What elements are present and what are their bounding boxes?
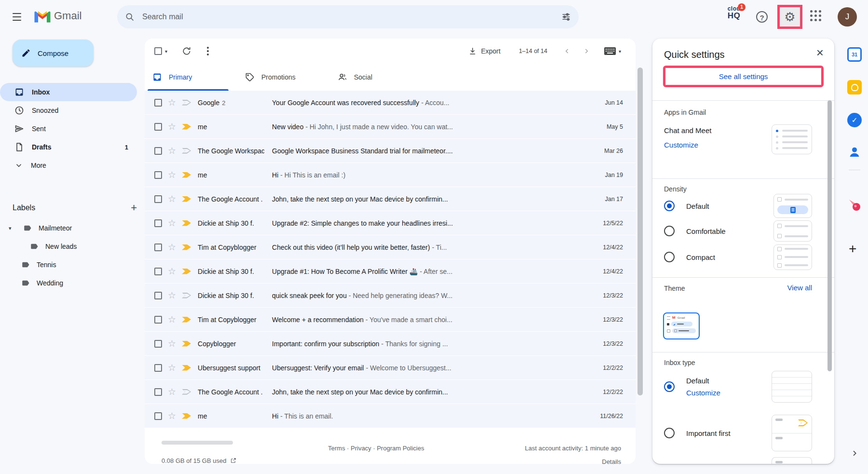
email-row[interactable]: ☆The Google Account .John, take the next… [145, 187, 636, 211]
activity-details-link[interactable]: Details [602, 458, 621, 464]
policy-links[interactable]: Terms · Privacy · Program Policies [260, 445, 492, 452]
star-icon[interactable]: ☆ [168, 411, 176, 420]
inbox-type-important-first[interactable]: Important first [664, 414, 812, 452]
email-row[interactable]: ☆Dickie at Ship 30 f.Upgrade #2: Simple … [145, 211, 636, 235]
google-tasks-icon[interactable]: ✓ [847, 113, 862, 127]
inbox-default-customize-link[interactable]: Customize [686, 389, 720, 397]
star-icon[interactable]: ☆ [168, 363, 176, 372]
star-icon[interactable]: ☆ [168, 122, 176, 131]
hide-side-panel-icon[interactable] [851, 449, 858, 457]
add-addon-icon[interactable]: + [849, 242, 856, 256]
row-checkbox[interactable] [154, 292, 162, 299]
search-options-icon[interactable] [561, 12, 571, 22]
tab-primary[interactable]: Primary [145, 64, 237, 91]
importance-marker[interactable] [182, 244, 191, 250]
radio-icon[interactable] [664, 226, 675, 236]
star-icon[interactable]: ☆ [168, 315, 176, 324]
density-comfortable-thumbnail[interactable] [773, 220, 812, 242]
email-row[interactable]: ☆Dickie at Ship 30 f.Upgrade #1: How To … [145, 259, 636, 284]
importance-marker[interactable] [182, 293, 191, 298]
older-page-icon[interactable] [583, 48, 590, 54]
row-checkbox[interactable] [154, 412, 162, 420]
quick-settings-scrollbar[interactable] [827, 100, 832, 371]
density-option-comfortable[interactable]: Comfortable [664, 219, 812, 243]
sidebar-item-snoozed[interactable]: Snoozed [0, 101, 137, 120]
inbox-type-default[interactable]: Default Customize [664, 369, 812, 404]
google-calendar-icon[interactable]: 31 [847, 47, 862, 62]
mailmeteor-addon-icon[interactable] [847, 198, 862, 212]
density-option-compact[interactable]: Compact [664, 244, 812, 270]
star-icon[interactable]: ☆ [168, 98, 176, 107]
email-row[interactable]: ☆CopybloggerImportant: confirm your subs… [145, 332, 636, 356]
density-compact-thumbnail[interactable] [773, 244, 812, 270]
settings-gear-highlight[interactable]: ⚙ [777, 5, 802, 29]
label-item-mailmeteor[interactable]: ▾ Mailmeteor [0, 219, 137, 237]
inbox-important-thumbnail[interactable] [772, 415, 812, 451]
star-icon[interactable]: ☆ [168, 218, 176, 228]
star-icon[interactable]: ☆ [168, 170, 176, 179]
cloudhq-extension-icon[interactable]: clou HQ 1 [721, 6, 746, 20]
sidebar-item-drafts[interactable]: Drafts 1 [0, 138, 137, 156]
density-option-default[interactable]: Default [664, 194, 812, 218]
select-all-checkbox[interactable] [154, 47, 162, 55]
row-checkbox[interactable] [154, 316, 162, 324]
newer-page-icon[interactable] [564, 48, 570, 54]
row-checkbox[interactable] [154, 123, 162, 131]
star-icon[interactable]: ☆ [168, 339, 176, 348]
label-item-new-leads[interactable]: New leads [0, 237, 137, 256]
sidebar-item-inbox[interactable]: Inbox [0, 83, 137, 101]
input-tools-button[interactable]: ▾ [604, 47, 621, 55]
importance-marker[interactable] [182, 172, 191, 178]
chat-customize-link[interactable]: Customize [664, 141, 698, 149]
importance-marker[interactable] [182, 124, 191, 130]
row-checkbox[interactable] [154, 268, 162, 275]
hamburger-menu-icon[interactable] [13, 13, 21, 21]
mail-list-scrollbar[interactable] [637, 68, 643, 395]
search-input[interactable] [141, 12, 561, 22]
radio-selected-icon[interactable] [664, 381, 675, 392]
row-checkbox[interactable] [154, 147, 162, 155]
tab-promotions[interactable]: Promotions [237, 64, 330, 91]
theme-view-all-link[interactable]: View all [787, 284, 812, 292]
select-dropdown-icon[interactable]: ▾ [165, 49, 167, 54]
row-checkbox[interactable] [154, 244, 162, 251]
importance-marker[interactable] [182, 365, 191, 371]
settings-gear-icon[interactable]: ⚙ [784, 11, 795, 23]
importance-marker[interactable] [182, 389, 191, 395]
google-apps-grid-icon[interactable] [810, 10, 821, 21]
chat-meet-thumbnail[interactable] [772, 124, 812, 154]
email-row[interactable]: ☆Google2Your Google Account was recovere… [145, 91, 636, 115]
email-row[interactable]: ☆Ubersuggest supportUbersuggest: Verify … [145, 356, 636, 380]
email-row[interactable]: ☆Dickie at Ship 30 f.quick sneak peek fo… [145, 284, 636, 308]
importance-marker[interactable] [182, 100, 191, 106]
theme-thumbnail[interactable]: M Gmail [663, 312, 700, 339]
google-contacts-icon[interactable] [847, 145, 862, 159]
row-checkbox[interactable] [154, 195, 162, 203]
radio-icon[interactable] [664, 252, 675, 262]
importance-marker[interactable] [182, 413, 191, 419]
importance-marker[interactable] [182, 317, 191, 323]
email-row[interactable]: ☆Tim at CopybloggerCheck out this video … [145, 235, 636, 259]
email-row[interactable]: ☆The Google Account .John, take the next… [145, 380, 636, 404]
refresh-icon[interactable] [182, 46, 191, 56]
create-label-icon[interactable]: + [131, 203, 137, 213]
help-icon[interactable]: ? [756, 11, 768, 23]
star-icon[interactable]: ☆ [168, 146, 176, 155]
google-keep-icon[interactable] [847, 80, 862, 95]
row-checkbox[interactable] [154, 219, 162, 227]
email-row[interactable]: ☆meNew video- Hi John, I just made a new… [145, 115, 636, 139]
sidebar-item-sent[interactable]: Sent [0, 120, 137, 138]
importance-marker[interactable] [182, 196, 191, 202]
compose-button[interactable]: Compose [13, 40, 94, 67]
importance-marker[interactable] [182, 341, 191, 347]
row-checkbox[interactable] [154, 99, 162, 107]
density-default-thumbnail[interactable] [773, 194, 812, 218]
see-all-settings-button[interactable]: See all settings [665, 68, 821, 85]
row-checkbox[interactable] [154, 388, 162, 396]
importance-marker[interactable] [182, 269, 191, 274]
star-icon[interactable]: ☆ [168, 267, 176, 276]
radio-selected-icon[interactable] [664, 201, 675, 211]
radio-icon[interactable] [664, 428, 675, 438]
label-item-tennis[interactable]: Tennis [0, 256, 137, 274]
external-link-icon[interactable] [230, 458, 236, 464]
